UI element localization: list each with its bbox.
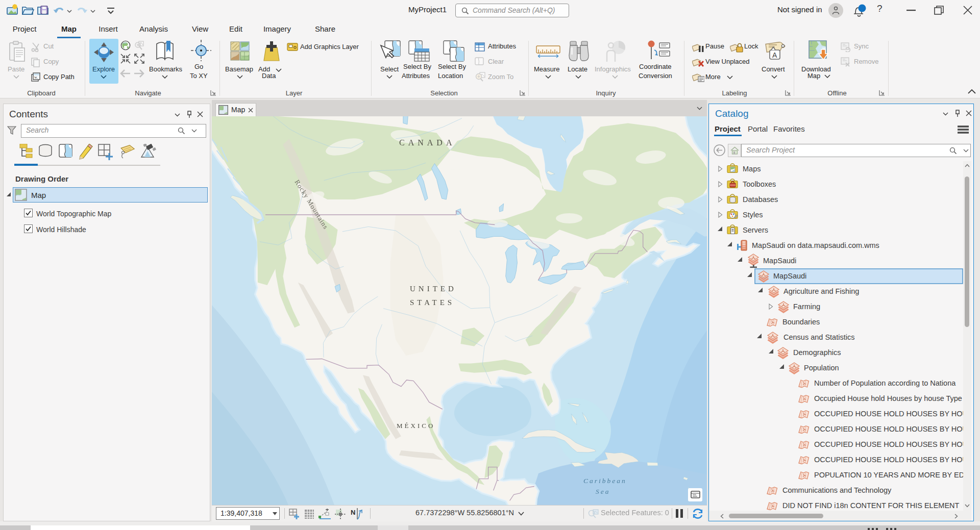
svg-text:OCCUPIED HOUSE HOLD HOUSES BY: OCCUPIED HOUSE HOLD HOUSES BY HOUS [814,440,963,448]
svg-text:w.: w. [34,75,38,80]
svg-text:OCCUPIED HOUSE HOLD HOUSES BY: OCCUPIED HOUSE HOLD HOUSES BY HOUS [814,425,963,433]
svg-text:MapSaudi on data.mapsaudi.com.: MapSaudi on data.mapsaudi.com.wms [752,241,879,249]
svg-text:DID NOT FIND i18n CONTENT FOR: DID NOT FIND i18n CONTENT FOR THIS ELEME… [782,501,960,510]
svg-text:Toolboxes: Toolboxes [743,180,776,188]
svg-text:MapSaudi: MapSaudi [763,257,796,265]
svg-text:Boundaries: Boundaries [782,318,820,326]
svg-text:A: A [772,51,777,59]
svg-text:Servers: Servers [743,226,768,234]
svg-text:Agriculture and Fishing: Agriculture and Fishing [783,287,859,295]
svg-text:OCCUPIED HOUSE HOLD HOUSES BY: OCCUPIED HOUSE HOLD HOUSES BY HOUS [814,410,963,418]
svg-text:Occupied House hold Houses by: Occupied House hold Houses by house Type [814,394,962,402]
svg-text:UNITED: UNITED [410,285,457,293]
svg-text:Number of Population according: Number of Population according to Nation… [814,379,956,387]
svg-text:Communications and Technology: Communications and Technology [782,486,892,494]
svg-text:POPULATION 10 YEARS AND MORE: POPULATION 10 YEARS AND MORE BY EDU [814,471,963,479]
svg-text:Styles: Styles [743,211,763,219]
svg-text:Farming: Farming [793,302,820,311]
svg-text:MapSaudi: MapSaudi [773,272,806,280]
svg-text:CANADA: CANADA [399,138,455,147]
svg-text:STATES: STATES [410,298,455,307]
svg-text:Databases: Databases [743,195,778,204]
svg-text:Maps: Maps [743,165,761,173]
svg-text:MÉXICO: MÉXICO [397,422,435,430]
svg-text:OCCUPIED HOUSE HOLD HOUSES BY: OCCUPIED HOUSE HOLD HOUSES BY HOUS [814,456,963,464]
svg-text:Sea: Sea [596,488,610,495]
svg-text:Population: Population [804,364,839,372]
svg-text:N: N [351,509,355,516]
svg-text:Census and Statistics: Census and Statistics [783,333,854,341]
svg-text:Caribbean: Caribbean [583,477,627,485]
svg-text:Demographics: Demographics [793,348,841,357]
